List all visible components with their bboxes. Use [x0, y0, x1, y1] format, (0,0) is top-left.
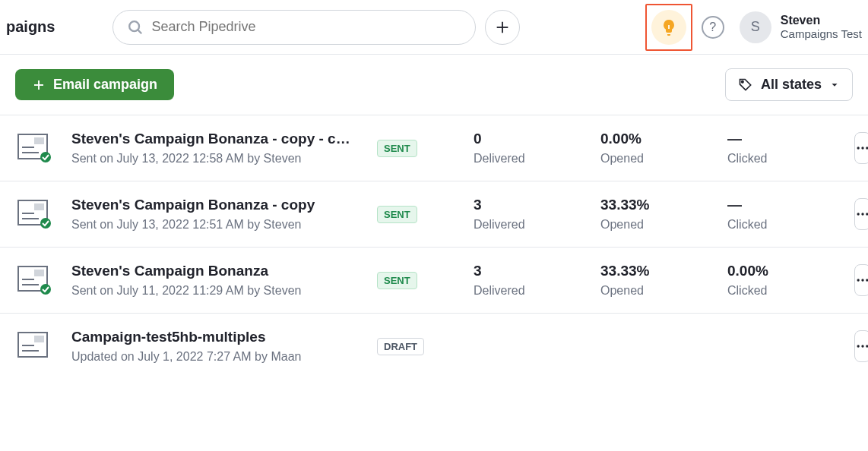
search-icon	[127, 19, 144, 36]
more-actions-button[interactable]	[854, 264, 868, 296]
add-button[interactable]	[485, 10, 520, 45]
delivered-value: 3	[474, 197, 591, 213]
question-icon: ?	[709, 20, 716, 34]
clicked-value: 0.00%	[727, 263, 845, 279]
tag-icon	[738, 77, 753, 93]
svg-rect-17	[34, 203, 44, 210]
opened-label: Opened	[600, 152, 718, 166]
svg-point-13	[857, 147, 860, 149]
svg-point-29	[857, 279, 860, 281]
svg-point-12	[40, 152, 51, 162]
user-menu[interactable]: S Steven Campaigns Test	[740, 11, 862, 43]
campaign-subtitle: Sent on July 13, 2022 12:51 AM by Steven	[71, 218, 368, 232]
campaign-list: Steven's Campaign Bonanza - copy - c… Se…	[0, 115, 868, 379]
user-name: Steven	[781, 14, 862, 27]
opened-value: 33.33%	[600, 263, 718, 279]
svg-point-28	[40, 284, 51, 295]
status-badge: SENT	[377, 140, 417, 157]
more-icon	[855, 140, 868, 156]
delivered-label: Delivered	[474, 152, 591, 166]
svg-point-21	[857, 213, 860, 215]
svg-rect-25	[34, 270, 44, 276]
plus-icon	[494, 19, 511, 36]
search-input[interactable]	[151, 19, 461, 35]
more-icon	[855, 207, 868, 222]
svg-line-1	[138, 30, 142, 33]
campaign-row[interactable]: Steven's Campaign Bonanza Sent on July 1…	[0, 248, 868, 314]
delivered-value: 3	[474, 263, 591, 279]
campaign-name: Steven's Campaign Bonanza - copy	[71, 197, 353, 213]
status-badge: SENT	[377, 206, 417, 223]
campaign-name: Steven's Campaign Bonanza - copy - c…	[71, 131, 353, 147]
svg-point-14	[861, 147, 863, 149]
campaign-row[interactable]: Steven's Campaign Bonanza - copy Sent on…	[0, 181, 868, 248]
topbar: paigns ? S Steven Campaigns Test	[0, 0, 868, 55]
email-campaign-button[interactable]: Email campaign	[15, 69, 174, 100]
svg-point-36	[857, 345, 860, 347]
svg-point-7	[742, 80, 744, 83]
more-icon	[855, 339, 868, 354]
lightbulb-icon	[660, 18, 678, 36]
clicked-value: —	[727, 131, 845, 147]
campaign-subtitle: Updated on July 1, 2022 7:27 AM by Maan	[71, 350, 368, 364]
svg-rect-4	[668, 25, 670, 29]
svg-point-37	[861, 345, 863, 347]
opened-value: 0.00%	[600, 131, 718, 147]
tips-button[interactable]	[651, 10, 686, 45]
user-subtitle: Campaigns Test	[781, 27, 862, 40]
campaign-icon	[15, 200, 53, 229]
chevron-down-icon	[829, 80, 840, 90]
clicked-value: —	[727, 197, 845, 213]
svg-point-30	[861, 279, 863, 281]
delivered-value: 0	[474, 131, 591, 147]
svg-point-0	[130, 21, 140, 31]
opened-value: 33.33%	[600, 197, 718, 213]
tips-highlight	[645, 4, 692, 51]
campaign-name: Campaign-test5hb-multiples	[71, 329, 353, 345]
campaign-row[interactable]: Campaign-test5hb-multiples Updated on Ju…	[0, 314, 868, 379]
clicked-label: Clicked	[727, 152, 845, 166]
campaign-icon	[15, 266, 53, 295]
campaign-icon	[15, 134, 53, 162]
plus-icon	[32, 78, 46, 92]
svg-rect-9	[34, 137, 44, 144]
search-field[interactable]	[112, 10, 476, 45]
campaign-name: Steven's Campaign Bonanza	[71, 263, 353, 279]
help-button[interactable]: ?	[702, 16, 724, 39]
more-icon	[855, 273, 868, 288]
clicked-label: Clicked	[727, 284, 845, 298]
status-badge: DRAFT	[377, 338, 424, 355]
delivered-label: Delivered	[474, 218, 591, 232]
campaign-subtitle: Sent on July 11, 2022 11:29 AM by Steven	[71, 284, 368, 298]
campaign-icon	[15, 332, 53, 361]
clicked-label: Clicked	[727, 218, 845, 232]
opened-label: Opened	[600, 218, 718, 232]
opened-label: Opened	[600, 284, 718, 298]
delivered-label: Delivered	[474, 284, 591, 298]
filter-label: All states	[761, 77, 822, 93]
page-title: paigns	[6, 18, 67, 36]
more-actions-button[interactable]	[854, 132, 868, 164]
svg-rect-33	[34, 336, 44, 342]
button-label: Email campaign	[53, 77, 157, 93]
more-actions-button[interactable]	[854, 198, 868, 230]
campaign-row[interactable]: Steven's Campaign Bonanza - copy - c… Se…	[0, 115, 868, 181]
svg-point-20	[40, 218, 51, 229]
more-actions-button[interactable]	[854, 330, 868, 362]
svg-point-22	[861, 213, 863, 215]
avatar: S	[740, 11, 771, 43]
states-filter[interactable]: All states	[725, 68, 853, 101]
campaign-subtitle: Sent on July 13, 2022 12:58 AM by Steven	[71, 152, 368, 166]
toolbar: Email campaign All states	[0, 55, 868, 115]
status-badge: SENT	[377, 272, 417, 289]
